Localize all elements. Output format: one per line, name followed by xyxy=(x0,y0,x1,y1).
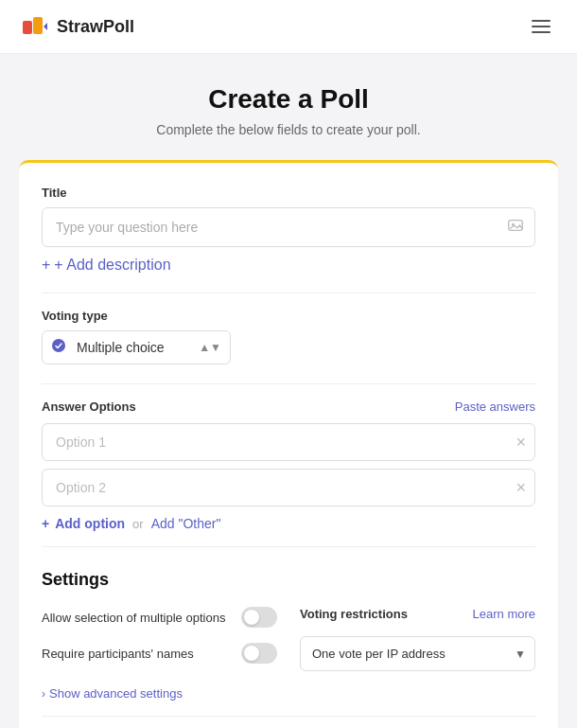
check-icon xyxy=(51,338,66,357)
remove-option-1-btn[interactable]: × xyxy=(516,434,526,451)
restrictions-select-wrapper: One vote per IP address No restrictions … xyxy=(300,636,535,671)
require-names-toggle[interactable] xyxy=(241,643,277,664)
plus-icon: + xyxy=(42,516,49,531)
logo[interactable]: StrawPoll xyxy=(23,13,134,40)
settings-section: Settings Allow selection of multiple opt… xyxy=(42,570,535,701)
allow-multiple-row: Allow selection of multiple options xyxy=(42,607,277,628)
page-title: Create a Poll xyxy=(208,84,369,115)
divider-2 xyxy=(42,383,535,384)
chevron-right-icon: › xyxy=(42,687,45,701)
advanced-settings-label: Show advanced settings xyxy=(49,686,183,701)
add-option-button[interactable]: + Add option xyxy=(42,516,125,531)
voting-restrictions-header: Voting restrictions Learn more xyxy=(300,607,535,621)
logo-icon xyxy=(23,13,49,40)
svg-rect-1 xyxy=(33,17,43,34)
image-icon xyxy=(507,217,524,238)
page-content: Create a Poll Complete the below fields … xyxy=(0,54,577,728)
paste-answers-btn[interactable]: Paste answers xyxy=(455,400,535,414)
svg-rect-0 xyxy=(23,21,32,34)
remove-option-2-btn[interactable]: × xyxy=(516,479,526,496)
settings-title: Settings xyxy=(42,570,535,590)
learn-more-link[interactable]: Learn more xyxy=(473,607,535,621)
add-option-label: Add option xyxy=(55,516,125,531)
voting-type-select[interactable]: Multiple choice Single choice Ranked cho… xyxy=(42,330,231,364)
page-subtitle: Complete the below fields to create your… xyxy=(156,122,420,137)
divider-3 xyxy=(42,546,535,547)
app-header: StrawPoll xyxy=(0,0,577,54)
settings-right: Voting restrictions Learn more One vote … xyxy=(300,607,535,671)
divider-4 xyxy=(42,716,535,717)
require-names-row: Require participants' names xyxy=(42,643,277,664)
allow-multiple-label: Allow selection of multiple options xyxy=(42,611,225,625)
voting-restrictions-label: Voting restrictions xyxy=(300,607,408,621)
title-label: Title xyxy=(42,186,535,200)
require-names-label: Require participants' names xyxy=(42,647,194,661)
or-text: or xyxy=(132,517,144,531)
create-poll-card: Title + + Add description Voting type xyxy=(19,160,558,728)
add-other-button[interactable]: Add "Other" xyxy=(151,516,221,531)
voting-type-section: Voting type Multiple choice Single choic… xyxy=(42,309,535,364)
settings-left: Allow selection of multiple options Requ… xyxy=(42,607,277,671)
voting-type-label: Voting type xyxy=(42,309,535,323)
advanced-settings-toggle[interactable]: › Show advanced settings xyxy=(42,686,535,701)
title-input[interactable] xyxy=(42,207,535,247)
voting-type-select-wrapper: Multiple choice Single choice Ranked cho… xyxy=(42,330,231,364)
logo-text: StrawPoll xyxy=(57,17,134,37)
option-2-wrapper: × xyxy=(42,469,535,506)
title-field-wrapper xyxy=(42,207,535,247)
restrictions-select[interactable]: One vote per IP address No restrictions … xyxy=(300,636,535,671)
option-1-input[interactable] xyxy=(42,423,535,461)
answer-options-label: Answer Options xyxy=(42,400,136,414)
svg-point-4 xyxy=(52,339,65,352)
add-description-label: + Add description xyxy=(54,257,170,274)
add-option-row: + Add option or Add "Other" xyxy=(42,516,535,531)
option-2-input[interactable] xyxy=(42,469,535,506)
allow-multiple-toggle[interactable] xyxy=(241,607,277,628)
settings-grid: Allow selection of multiple options Requ… xyxy=(42,607,535,671)
divider-1 xyxy=(42,293,535,293)
answer-options-header: Answer Options Paste answers xyxy=(42,400,535,414)
hamburger-menu[interactable] xyxy=(528,16,554,37)
option-1-wrapper: × xyxy=(42,423,535,461)
add-description-btn[interactable]: + + Add description xyxy=(42,257,535,274)
